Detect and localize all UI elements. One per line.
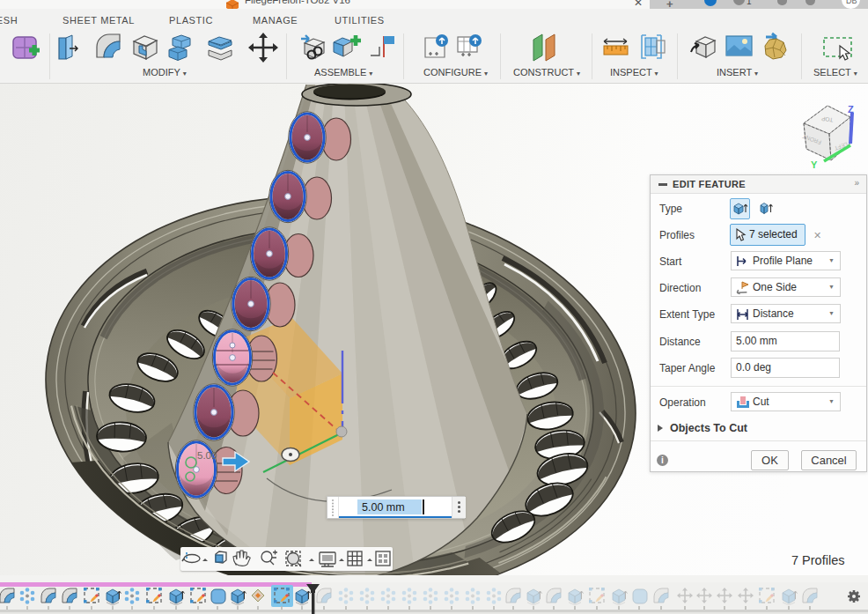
svg-text:5.00: 5.00: [197, 450, 217, 461]
svg-text:Z: Z: [848, 104, 854, 115]
svg-text:Y: Y: [811, 159, 818, 170]
